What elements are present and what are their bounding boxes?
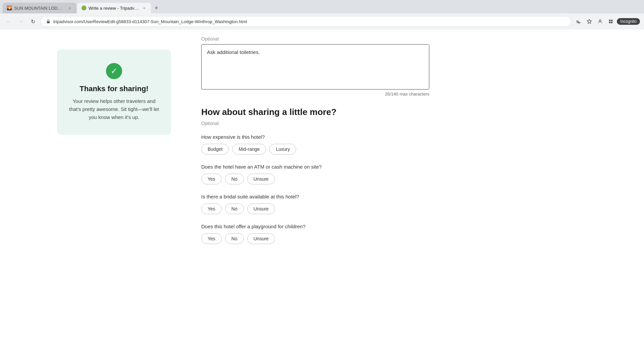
star-icon[interactable] xyxy=(585,17,594,26)
reload-button[interactable]: ↻ xyxy=(28,17,38,26)
lock-icon xyxy=(46,19,51,24)
cast-icon[interactable] xyxy=(574,17,583,26)
profile-svg xyxy=(597,19,603,24)
incognito-badge: Incognito xyxy=(617,18,640,25)
address-bar-row: ← → ↻ tripadvisor.com/UserReviewEdit-g58… xyxy=(0,13,644,29)
check-icon: ✓ xyxy=(106,63,122,79)
tab-close-2[interactable]: × xyxy=(142,5,147,11)
option-playground-yes[interactable]: Yes xyxy=(201,233,222,244)
tab-favicon-1: 🌄 xyxy=(7,5,12,11)
thanks-title: Thanks for sharing! xyxy=(67,84,161,93)
option-atm-unsure[interactable]: Unsure xyxy=(247,174,275,184)
optional-label-top: Optional xyxy=(201,36,429,42)
option-luxury[interactable]: Luxury xyxy=(269,144,296,155)
question-text-expensive: How expensive is this hotel? xyxy=(201,134,429,140)
tab-label-2: Write a review - Tripadvisor xyxy=(89,6,140,11)
tab-bar: 🌄 SUN MOUNTAIN LODGE $146 ( × 🟢 Write a … xyxy=(0,0,644,13)
option-bridal-unsure[interactable]: Unsure xyxy=(247,203,275,214)
svg-rect-0 xyxy=(47,21,50,23)
star-svg xyxy=(587,19,592,24)
extensions-svg xyxy=(608,19,613,24)
left-panel: ✓ Thanks for sharing! Your review helps … xyxy=(0,36,195,358)
options-row-bridal: Yes No Unsure xyxy=(201,203,429,214)
address-bar[interactable]: tripadvisor.com/UserReviewEdit-g58833-d1… xyxy=(40,16,571,27)
option-playground-unsure[interactable]: Unsure xyxy=(247,233,275,244)
additional-comments-textarea[interactable]: Ask additional toiletries. xyxy=(202,45,429,88)
svg-rect-7 xyxy=(611,22,613,23)
toolbar-icons: Incognito xyxy=(574,17,640,26)
options-row-atm: Yes No Unsure xyxy=(201,174,429,184)
option-budget[interactable]: Budget xyxy=(201,144,229,155)
page-content: ✓ Thanks for sharing! Your review helps … xyxy=(0,29,644,362)
cast-svg xyxy=(576,19,581,24)
option-atm-yes[interactable]: Yes xyxy=(201,174,222,184)
section-title: How about sharing a little more? xyxy=(201,107,429,118)
svg-marker-2 xyxy=(587,19,592,23)
new-tab-button[interactable]: + xyxy=(152,3,161,13)
tab-favicon-2: 🟢 xyxy=(81,5,87,11)
svg-rect-4 xyxy=(609,20,611,21)
option-bridal-no[interactable]: No xyxy=(225,203,244,214)
options-row-playground: Yes No Unsure xyxy=(201,233,429,244)
option-bridal-yes[interactable]: Yes xyxy=(201,203,222,214)
browser-chrome: 🌄 SUN MOUNTAIN LODGE $146 ( × 🟢 Write a … xyxy=(0,0,644,29)
back-button[interactable]: ← xyxy=(4,17,13,26)
svg-rect-6 xyxy=(609,22,611,23)
question-block-playground: Does this hotel offer a playground for c… xyxy=(201,224,429,244)
question-text-atm: Does the hotel have an ATM or cash machi… xyxy=(201,164,429,170)
svg-point-3 xyxy=(599,20,601,21)
tab-close-1[interactable]: × xyxy=(67,5,72,11)
question-block-atm: Does the hotel have an ATM or cash machi… xyxy=(201,164,429,184)
tab-tripadvisor[interactable]: 🟢 Write a review - Tripadvisor × xyxy=(77,3,151,13)
thanks-card: ✓ Thanks for sharing! Your review helps … xyxy=(57,50,171,135)
option-atm-no[interactable]: No xyxy=(225,174,244,184)
question-block-expensive: How expensive is this hotel? Budget Mid-… xyxy=(201,134,429,155)
extensions-icon[interactable] xyxy=(606,17,615,26)
url-text: tripadvisor.com/UserReviewEdit-g58833-d1… xyxy=(53,19,247,24)
main-content: Optional Ask additional toiletries. 26/1… xyxy=(195,36,463,358)
profile-icon[interactable] xyxy=(595,17,605,26)
tab-label-1: SUN MOUNTAIN LODGE $146 ( xyxy=(14,6,65,11)
svg-rect-5 xyxy=(611,20,613,21)
question-text-playground: Does this hotel offer a playground for c… xyxy=(201,224,429,229)
options-row-expensive: Budget Mid-range Luxury xyxy=(201,144,429,155)
option-midrange[interactable]: Mid-range xyxy=(232,144,266,155)
question-block-bridal: Is there a bridal suite available at thi… xyxy=(201,194,429,214)
textarea-container: Ask additional toiletries. xyxy=(201,44,429,89)
char-count: 26/140 max characters xyxy=(201,92,429,97)
question-text-bridal: Is there a bridal suite available at thi… xyxy=(201,194,429,199)
thanks-text: Your review helps other travelers and th… xyxy=(67,97,161,121)
option-playground-no[interactable]: No xyxy=(225,233,244,244)
section-optional-label: Optional xyxy=(201,121,429,126)
tab-sun-mountain[interactable]: 🌄 SUN MOUNTAIN LODGE $146 ( × xyxy=(3,3,76,13)
forward-button[interactable]: → xyxy=(16,17,25,26)
